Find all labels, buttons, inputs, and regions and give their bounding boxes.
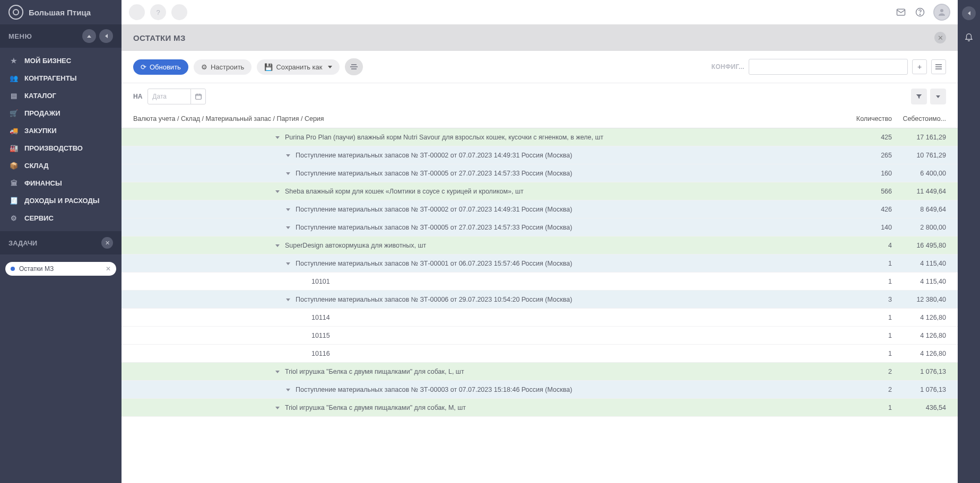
truck-icon: 🚚 [10, 127, 18, 135]
ledger-icon: 🧾 [10, 197, 18, 205]
table-row[interactable]: Поступление материальных запасов № ЗТ-00… [122, 254, 958, 273]
page-close[interactable]: ✕ [934, 32, 946, 43]
row-cost: 4 115,40 [899, 278, 958, 285]
col-name[interactable]: Валюта учета / Склад / Материальный запа… [122, 115, 841, 122]
task-label: Остатки МЗ [19, 265, 54, 273]
date-input-wrap [148, 89, 206, 104]
table-row[interactable]: 1011514 126,80 [122, 327, 958, 345]
refresh-button[interactable]: ⟳ Обновить [133, 59, 188, 75]
tasks-close[interactable]: ✕ [101, 237, 113, 249]
nav-item-5[interactable]: 🏭ПРОИЗВОДСТВО [0, 139, 122, 157]
row-qty: 425 [841, 134, 899, 141]
nav-item-9[interactable]: ⚙СЕРВИС [0, 209, 122, 227]
help-circle-icon[interactable] [914, 6, 926, 18]
task-item-0[interactable]: Остатки МЗ✕ [5, 262, 116, 276]
logo[interactable]: Большая Птица [0, 0, 122, 24]
right-rail [958, 0, 980, 483]
table-row[interactable]: Поступление материальных запасов № ЗТ-00… [122, 218, 958, 236]
table-row[interactable]: Поступление материальных запасов № ЗТ-00… [122, 291, 958, 309]
table-row[interactable]: Поступление материальных запасов № ЗТ-00… [122, 146, 958, 164]
col-cost[interactable]: Себестоимо... [899, 115, 958, 122]
nav: ★МОЙ БИЗНЕС👥КОНТРАГЕНТЫ▤КАТАЛОГ🛒ПРОДАЖИ🚚… [0, 48, 122, 231]
date-input[interactable] [148, 93, 190, 100]
bell-icon[interactable] [962, 30, 976, 43]
row-cost: 1 076,13 [899, 386, 958, 393]
row-caret[interactable] [286, 206, 292, 212]
menu-collapse-up[interactable] [82, 29, 96, 43]
menu-collapse-left[interactable] [99, 29, 113, 43]
table-row[interactable]: Triol игрушка "Белка с двумя пищалками" … [122, 363, 958, 381]
task-status-dot [11, 267, 15, 271]
row-cost: 10 761,29 [899, 152, 958, 159]
row-caret[interactable] [286, 260, 292, 266]
table-row[interactable]: Triol игрушка "Белка с двумя пищалками" … [122, 399, 958, 417]
avatar[interactable] [933, 4, 950, 21]
row-cost: 1 076,13 [899, 368, 958, 375]
row-cost: 4 126,80 [899, 332, 958, 339]
configure-label: Настроить [211, 63, 245, 71]
nav-item-6[interactable]: 📦СКЛАД [0, 157, 122, 174]
topbar: ? [122, 0, 958, 24]
nav-item-4[interactable]: 🚚ЗАКУПКИ [0, 122, 122, 139]
row-qty: 1 [841, 350, 899, 357]
row-caret[interactable] [286, 152, 292, 158]
save-icon: 💾 [264, 63, 273, 71]
row-caret[interactable] [275, 188, 282, 194]
filter-button[interactable] [911, 89, 927, 104]
nav-item-8[interactable]: 🧾ДОХОДЫ И РАСХОДЫ [0, 192, 122, 209]
row-qty: 3 [841, 296, 899, 303]
row-caret[interactable] [286, 170, 292, 176]
nav-item-1[interactable]: 👥КОНТРАГЕНТЫ [0, 69, 122, 87]
chevron-down-icon [328, 66, 332, 68]
row-caret[interactable] [286, 387, 292, 392]
table-row[interactable]: 1011614 126,80 [122, 345, 958, 363]
table-row[interactable]: Поступление материальных запасов № ЗТ-00… [122, 200, 958, 218]
configure-button[interactable]: ⚙ Настроить [194, 59, 252, 75]
row-cost: 436,54 [899, 404, 958, 411]
topbar-slot-3[interactable] [171, 4, 187, 20]
table-row[interactable]: Purina Pro Plan (паучи) влажный корм Nut… [122, 128, 958, 146]
row-qty: 4 [841, 242, 899, 249]
task-close[interactable]: ✕ [106, 265, 111, 273]
help-icon[interactable]: ? [150, 4, 166, 20]
nav-item-3[interactable]: 🛒ПРОДАЖИ [0, 104, 122, 122]
row-caret[interactable] [286, 296, 292, 302]
rail-collapse[interactable] [962, 6, 976, 20]
expand-button[interactable] [930, 89, 946, 104]
row-name: 10114 [311, 314, 330, 321]
calendar-icon[interactable] [190, 89, 205, 104]
table-row[interactable]: Поступление материальных запасов № ЗТ-00… [122, 381, 958, 399]
list-config-button[interactable] [931, 59, 946, 74]
table-row[interactable]: 1010114 115,40 [122, 273, 958, 291]
row-cost: 8 649,64 [899, 206, 958, 213]
row-name: Поступление материальных запасов № ЗТ-00… [296, 296, 572, 303]
row-caret[interactable] [275, 368, 282, 374]
row-caret[interactable] [275, 242, 282, 248]
gear-icon: ⚙ [201, 63, 207, 71]
table-row[interactable]: 1011414 126,80 [122, 309, 958, 327]
nav-item-0[interactable]: ★МОЙ БИЗНЕС [0, 52, 122, 69]
row-name: Triol игрушка "Белка с двумя пищалками" … [285, 368, 464, 375]
row-caret[interactable] [275, 405, 282, 410]
mail-icon[interactable] [895, 6, 907, 18]
table-row[interactable]: Sheba влажный корм для кошек «Ломтики в … [122, 182, 958, 200]
row-caret[interactable] [275, 134, 282, 140]
add-config-button[interactable]: + [912, 59, 927, 74]
row-name: Sheba влажный корм для кошек «Ломтики в … [285, 188, 524, 195]
menu-label: МЕНЮ [8, 32, 32, 40]
row-caret[interactable] [286, 224, 292, 230]
config-input[interactable] [749, 59, 908, 75]
table-header: Валюта учета / Склад / Материальный запа… [122, 110, 958, 128]
list-view-button[interactable] [345, 58, 363, 75]
nav-item-2[interactable]: ▤КАТАЛОГ [0, 87, 122, 104]
table-row[interactable]: Поступление материальных запасов № ЗТ-00… [122, 164, 958, 182]
topbar-slot-1[interactable] [129, 4, 145, 20]
save-as-button[interactable]: 💾 Сохранить как [257, 59, 339, 75]
nav-item-7[interactable]: 🏛ФИНАНСЫ [0, 174, 122, 192]
logo-icon [8, 5, 23, 20]
bank-icon: 🏛 [10, 179, 18, 187]
row-qty: 2 [841, 386, 899, 393]
nav-label: ДОХОДЫ И РАСХОДЫ [24, 197, 99, 205]
col-qty[interactable]: Количество [841, 115, 899, 122]
table-row[interactable]: SuperDesign автокормушка для животных, ш… [122, 236, 958, 254]
